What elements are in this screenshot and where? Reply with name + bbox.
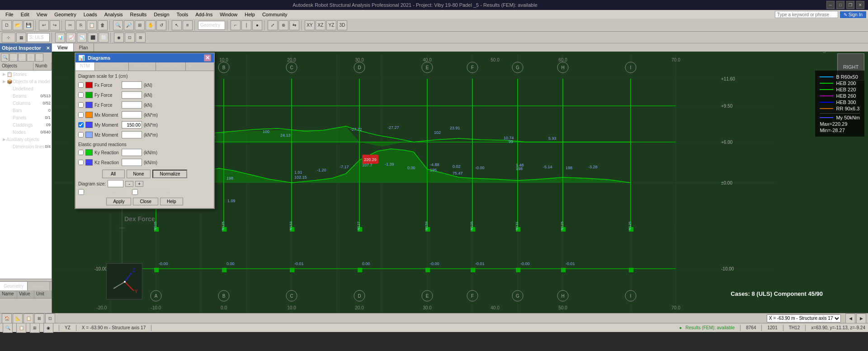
input-fx[interactable] [122, 81, 142, 89]
input-mz[interactable] [122, 131, 142, 138]
tree-nodes[interactable]: Nodes 0/640 [0, 128, 52, 136]
oi-btn5[interactable]: ? [35, 53, 43, 62]
copy-button[interactable]: ⎘ [76, 20, 86, 30]
diag-tab-ntm[interactable]: NTM [75, 62, 95, 71]
menu-loads[interactable]: Loads [80, 10, 101, 19]
column-button[interactable]: | [241, 20, 251, 30]
checkbox-constant-scale[interactable] [132, 189, 138, 195]
option-new-window[interactable]: Open a new window [78, 189, 127, 195]
plan-tab[interactable]: Plan [74, 43, 94, 52]
results-btn3[interactable]: 📉 [77, 33, 87, 43]
axis-selector[interactable]: X = -63.90 m - Structure axis 17 [767, 314, 841, 323]
close-button[interactable]: ✕ [856, 1, 864, 9]
diag-tab-deformation[interactable]: Deformation [95, 62, 129, 71]
beam-button[interactable]: ⌐ [231, 20, 241, 30]
menu-file[interactable]: File [2, 10, 17, 19]
undo-button[interactable]: ↩ [39, 20, 49, 30]
results-btn1[interactable]: 📊 [55, 33, 65, 43]
input-fy[interactable] [122, 91, 142, 99]
expand-stories[interactable]: ▶ [2, 72, 6, 76]
copy2-button[interactable]: ⊕ [278, 20, 288, 30]
checkbox-new-window[interactable] [78, 189, 84, 195]
checkbox-kz[interactable] [78, 160, 84, 165]
geometry-dropdown[interactable]: Geometry [198, 21, 225, 30]
bt1[interactable]: 🏠 [2, 313, 12, 323]
menu-analysis[interactable]: Analysis [101, 10, 127, 19]
redo-button[interactable]: ↪ [50, 20, 60, 30]
diag-tab-more[interactable]: ▼ [186, 62, 195, 71]
oi-btn2[interactable]: + [9, 53, 18, 62]
sb-btn1[interactable]: 🔍 [3, 323, 13, 333]
new-button[interactable]: 🗋 [2, 20, 12, 30]
normalize-button[interactable]: Normalize [152, 170, 187, 178]
object-inspector-close[interactable]: ✕ [46, 46, 50, 51]
cut-button[interactable]: ✂ [65, 20, 75, 30]
maximize-button[interactable]: □ [836, 1, 844, 9]
snap-mid[interactable]: ⊡ [125, 33, 135, 43]
geometry-tab[interactable]: Geometry [0, 282, 28, 290]
tree-dimlines[interactable]: Dimension lines 0/4 [0, 143, 52, 150]
search-input[interactable] [775, 11, 838, 18]
sb-btn3[interactable]: ⊞ [30, 323, 40, 333]
load-combo-icon[interactable]: ▦ [16, 33, 26, 43]
bt4[interactable]: ⊞ [34, 313, 44, 323]
snap-button[interactable]: ⊹ [2, 33, 15, 43]
view-xz[interactable]: XZ [316, 20, 326, 30]
menu-window[interactable]: Window [216, 10, 241, 19]
input-mx[interactable] [122, 111, 142, 119]
select-button[interactable]: ↖ [172, 20, 182, 30]
checkbox-my[interactable] [78, 122, 84, 128]
checkbox-fy[interactable] [78, 92, 84, 98]
expand-objects[interactable]: ▶ [2, 79, 6, 84]
menu-help[interactable]: Help [241, 10, 259, 19]
apply-button[interactable]: Apply [106, 198, 131, 205]
results-btn2[interactable]: 📈 [66, 33, 76, 43]
load-combo-dropdown[interactable]: S: ULS [27, 33, 50, 42]
bt3[interactable]: 📋 [24, 313, 33, 323]
snap-end[interactable]: ◉ [114, 33, 124, 43]
size-minus[interactable]: - [125, 181, 133, 187]
paste-button[interactable]: 📋 [87, 20, 97, 30]
minimize-button[interactable]: ─ [826, 1, 835, 9]
tree-objects-model[interactable]: ▶ 📦 Objects of a model [0, 78, 52, 85]
oi-btn4[interactable]: ▤ [27, 53, 35, 62]
menu-addins[interactable]: Add-Ins [192, 10, 216, 19]
all-button[interactable]: All [102, 170, 125, 178]
view-yz[interactable]: YZ [326, 20, 336, 30]
restore-button[interactable]: ❐ [846, 1, 854, 9]
input-my[interactable] [122, 121, 142, 128]
delete-button[interactable]: 🗑 [98, 20, 108, 30]
sb-btn4[interactable]: ◉ [43, 323, 53, 333]
zoom-out[interactable]: 🔎 [124, 20, 134, 30]
snap-int[interactable]: ⊞ [136, 33, 146, 43]
tree-stories[interactable]: ▶ 📋 Stories [0, 71, 52, 78]
groups-tab[interactable]: Groups [28, 282, 50, 290]
tree-columns[interactable]: Columns 0/52 [0, 100, 52, 107]
rotate-button[interactable]: ↺ [156, 20, 166, 30]
view-xy[interactable]: XY [305, 20, 315, 30]
results-btn4[interactable]: ⬛ [88, 33, 98, 43]
node-button[interactable]: ● [252, 20, 262, 30]
tree-beams[interactable]: Beams 0/513 [0, 92, 52, 100]
tree-aux[interactable]: ▶ Auxiliary objects [0, 136, 52, 143]
close-dialog-button[interactable]: Close [133, 198, 158, 205]
menu-design[interactable]: Design [150, 10, 173, 19]
expand-aux[interactable]: ▶ [2, 137, 6, 142]
diag-tab-reactions[interactable]: Reactions [156, 62, 185, 71]
checkbox-fx[interactable] [78, 82, 84, 88]
axis-prev[interactable]: ◀ [845, 313, 855, 323]
checkbox-fz[interactable] [78, 102, 84, 108]
sign-in-button[interactable]: ✎ Sign In [840, 11, 866, 18]
size-input[interactable] [108, 180, 123, 187]
view-tab[interactable]: View [52, 43, 74, 52]
save-button[interactable]: 💾 [24, 20, 33, 30]
menu-tools[interactable]: Tools [173, 10, 192, 19]
tree-undefined[interactable]: Undefined [0, 85, 52, 92]
tree-panels[interactable]: Panels 0/1 [0, 114, 52, 121]
checkbox-ky[interactable] [78, 150, 84, 155]
tree-claddings[interactable]: Claddings 09 [0, 121, 52, 128]
axis-next[interactable]: ▶ [856, 313, 866, 323]
menu-community[interactable]: Community [259, 10, 291, 19]
menu-geometry[interactable]: Geometry [51, 10, 80, 19]
bt2[interactable]: 📐 [13, 313, 23, 323]
